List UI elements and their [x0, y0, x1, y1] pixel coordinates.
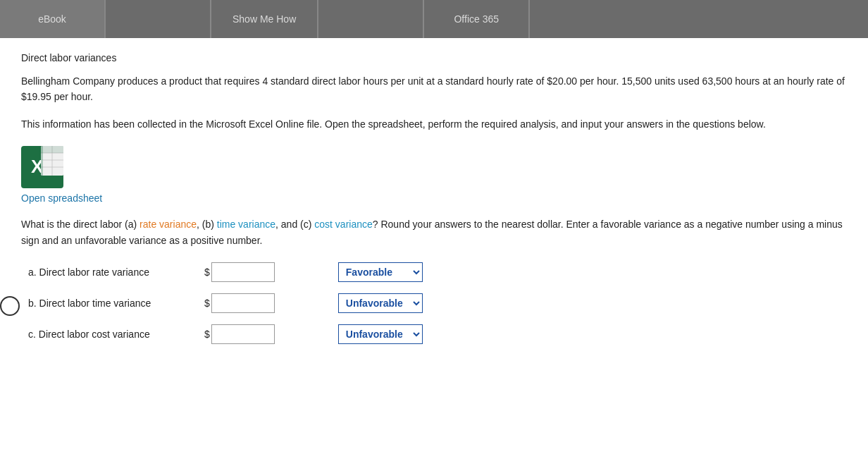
dollar-sign-rate: $ — [204, 267, 210, 278]
svg-rect-9 — [41, 146, 43, 176]
circle-marker — [0, 296, 20, 316]
tab-show-me-how[interactable]: Show Me How — [211, 0, 318, 38]
term-cost: cost variance — [314, 219, 372, 230]
section-title: Direct labor variances — [21, 52, 847, 63]
tab-office-365-label: Office 365 — [454, 13, 499, 25]
open-spreadsheet-link[interactable]: Open spreadsheet — [21, 192, 102, 204]
term-rate: rate variance — [140, 219, 197, 230]
excel-link-area: X Open spreadsheet — [21, 146, 847, 204]
tab-4[interactable] — [318, 0, 424, 38]
answer-input-time[interactable] — [211, 293, 275, 313]
answer-row-rate: a. Direct labor rate variance $ Favorabl… — [28, 262, 847, 282]
nav-bar: eBook Show Me How Office 365 — [0, 0, 868, 38]
question-mid1: , (b) — [197, 219, 217, 230]
dropdown-select-cost[interactable]: Favorable Unfavorable — [338, 324, 423, 344]
variance-dropdown-rate: Favorable Unfavorable — [338, 262, 423, 282]
answer-label-cost: c. Direct labor cost variance — [28, 329, 204, 340]
answer-row-time: b. Direct labor time variance $ Favorabl… — [28, 293, 847, 313]
dollar-sign-time: $ — [204, 298, 210, 309]
tab-2[interactable] — [106, 0, 211, 38]
variance-dropdown-cost: Favorable Unfavorable — [338, 324, 423, 344]
tab-ebook-label: eBook — [38, 13, 66, 25]
paragraph-1: Bellingham Company produces a product th… — [21, 73, 847, 105]
answer-label-time: b. Direct labor time variance — [28, 298, 204, 309]
dropdown-select-rate[interactable]: Favorable Unfavorable — [338, 262, 423, 282]
dollar-sign-cost: $ — [204, 329, 210, 340]
answer-row-cost: c. Direct labor cost variance $ Favorabl… — [28, 324, 847, 344]
excel-icon: X — [21, 146, 63, 188]
tab-show-me-how-label: Show Me How — [232, 13, 296, 25]
question-text: What is the direct labor (a) rate varian… — [21, 216, 847, 248]
main-content: Direct labor variances Bellingham Compan… — [0, 38, 868, 384]
answer-label-rate: a. Direct labor rate variance — [28, 267, 204, 278]
dropdown-select-time[interactable]: Favorable Unfavorable — [338, 293, 423, 313]
answer-section: a. Direct labor rate variance $ Favorabl… — [28, 262, 847, 344]
variance-dropdown-time: Favorable Unfavorable — [338, 293, 423, 313]
term-time: time variance — [217, 219, 275, 230]
svg-rect-7 — [41, 146, 63, 153]
tab-office-365[interactable]: Office 365 — [424, 0, 530, 38]
answer-input-cost[interactable] — [211, 324, 275, 344]
answer-input-rate[interactable] — [211, 262, 275, 282]
question-mid2: , and (c) — [275, 219, 314, 230]
question-prefix: What is the direct labor (a) — [21, 219, 140, 230]
tab-6[interactable] — [530, 0, 868, 38]
tab-ebook[interactable]: eBook — [0, 0, 106, 38]
paragraph-2: This information has been collected in t… — [21, 116, 847, 132]
